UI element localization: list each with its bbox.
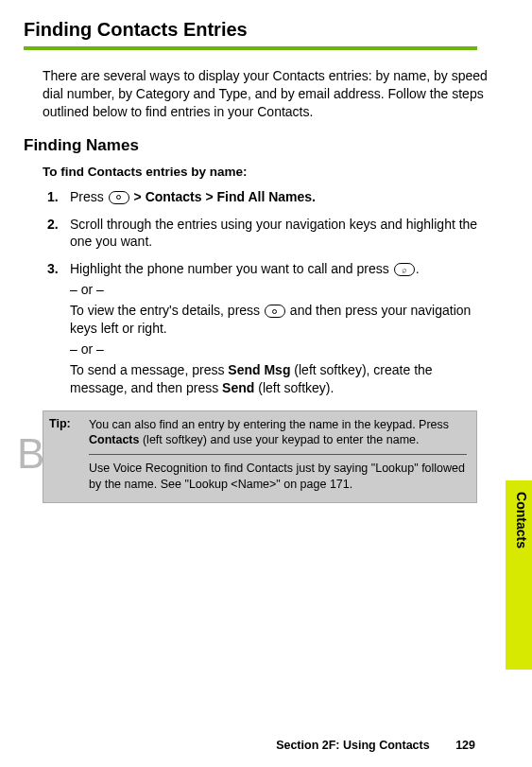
ok-key-icon <box>109 191 129 204</box>
text-segment: To view the entry's details, press <box>70 303 264 318</box>
talk-key-icon: ⌕ <box>394 263 415 276</box>
page-title: Finding Contacts Entries <box>24 19 504 41</box>
tip-content: You can also find an entry by entering t… <box>85 411 476 503</box>
or-divider: – or – <box>70 281 489 299</box>
subsection-heading-by-name: To find Contacts entries by name: <box>43 165 504 179</box>
step-number: 2. <box>47 216 59 234</box>
step-alt-1: To view the entry's details, press and t… <box>70 302 489 338</box>
text-bold: Send Msg <box>228 362 290 377</box>
intro-paragraph: There are several ways to display your C… <box>43 67 494 121</box>
ok-key-icon <box>265 305 285 318</box>
or-divider: – or – <box>70 340 489 358</box>
tip-label: Tip: <box>43 411 85 503</box>
tip-paragraph-1: You can also find an entry by entering t… <box>89 417 467 449</box>
text-segment: Highlight the phone number you want to c… <box>70 261 393 276</box>
text-segment: To send a message, press <box>70 362 228 377</box>
step-alt-2: To send a message, press Send Msg (left … <box>70 361 489 397</box>
text-segment: . <box>416 261 420 276</box>
text-segment: Press <box>70 189 108 204</box>
step-text: Highlight the phone number you want to c… <box>70 261 420 276</box>
steps-list: 1. Press > Contacts > Find All Names. 2.… <box>47 188 489 397</box>
step-text: Press > Contacts > Find All Names. <box>70 189 316 204</box>
step-1: 1. Press > Contacts > Find All Names. <box>47 188 489 206</box>
step-3: 3. Highlight the phone number you want t… <box>47 260 489 396</box>
step-text: Scroll through the entries using your na… <box>70 217 477 250</box>
tip-paragraph-2: Use Voice Recognition to find Contacts j… <box>89 461 467 493</box>
step-2: 2. Scroll through the entries using your… <box>47 216 489 252</box>
section-heading-finding-names: Finding Names <box>24 136 504 155</box>
text-bold: Send <box>222 380 254 395</box>
page-footer: Section 2F: Using Contacts 129 <box>276 739 475 752</box>
text-segment: (left softkey). <box>254 380 334 395</box>
side-tab-label: Contacts <box>514 492 529 549</box>
text-segment: You can also find an entry by entering t… <box>89 418 449 431</box>
text-segment: (left softkey) and use your keypad to en… <box>139 433 419 446</box>
footer-page-number: 129 <box>455 739 475 752</box>
tip-box: Tip: You can also find an entry by enter… <box>43 410 477 504</box>
text-bold: Contacts <box>89 433 139 446</box>
tip-divider <box>89 454 467 455</box>
step-number: 1. <box>47 188 59 206</box>
footer-section: Section 2F: Using Contacts <box>276 739 430 752</box>
step-number: 3. <box>47 260 59 278</box>
text-bold: > Contacts > Find All Names. <box>130 189 316 204</box>
title-divider <box>24 46 477 50</box>
